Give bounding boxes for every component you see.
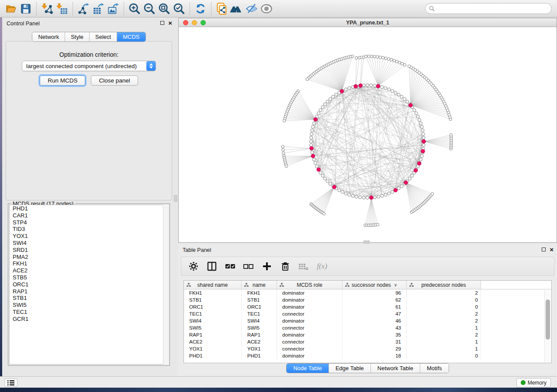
memory-button[interactable]: Memory [516,378,551,387]
window-close-icon[interactable] [183,20,188,25]
search-input[interactable] [437,6,551,12]
table-cell: 43 [343,324,407,331]
table-scrollbar[interactable] [544,290,551,362]
column-header[interactable]: predecessor nodes [407,281,481,289]
table-row[interactable]: TEC1TEC1connector472 [184,310,551,317]
mcds-result-item[interactable]: STB5 [10,274,168,281]
table-row[interactable]: STB1STB1dominator620 [184,296,551,303]
export-network-icon[interactable] [76,2,91,16]
table-cell: RAP1 [242,331,277,338]
close-panel-icon[interactable]: × [168,21,172,25]
table-row[interactable]: RAP1RAP1dominator352 [184,331,551,338]
tab-motifs[interactable]: Motifs [420,364,449,373]
window-minimize-icon[interactable] [192,20,197,25]
table-row[interactable]: ACE2ACE2connector311 [184,338,551,345]
float-panel-icon[interactable] [160,21,164,25]
table-cell: 1 [407,324,481,331]
mcds-list-scrollbar[interactable] [163,205,169,364]
mcds-result-item[interactable]: SWI5 [10,302,168,309]
tab-node-table[interactable]: Node Table [287,364,329,373]
search-box [425,3,552,14]
table-cell: 47 [343,310,407,317]
mcds-result-item[interactable]: CAR1 [10,212,168,219]
vertical-splitter-handle[interactable] [174,195,177,202]
tab-network-table[interactable]: Network Table [371,364,420,373]
table-cell: dominator [277,303,343,310]
mcds-result-item[interactable]: FKH1 [10,260,168,267]
table-cell: PHD1 [242,352,277,359]
mcds-result-item[interactable]: SWI4 [10,240,168,247]
export-table-icon[interactable] [91,2,106,16]
criterion-dropdown[interactable]: largest connected component (undirected) [22,61,156,71]
delete-table-icon [298,260,310,273]
column-header[interactable]: shared name [184,281,242,289]
mcds-result-item[interactable]: TEC1 [10,309,168,316]
table-row[interactable]: SWI4SWI4dominator462 [184,317,551,324]
table-row[interactable]: YOX1YOX1connector291 [184,345,551,352]
float-table-panel-icon[interactable] [542,248,546,251]
export-image-icon[interactable] [106,2,121,16]
save-session-icon[interactable] [18,2,33,16]
hide-panels-icon[interactable] [244,2,259,16]
tab-mcds[interactable]: MCDS [117,32,145,41]
table-settings-gear-icon[interactable] [187,260,200,273]
select-all-icon[interactable] [224,260,236,273]
tab-select[interactable]: Select [90,32,117,41]
table-row[interactable]: PHD1PHD1dominator180 [184,352,551,359]
column-header[interactable]: name [242,281,277,289]
mcds-result-item[interactable]: STP4 [10,219,168,226]
table-cell: dominator [277,289,343,296]
mcds-result-item[interactable]: GCR1 [10,316,168,323]
tab-style[interactable]: Style [65,32,90,41]
mcds-result-item[interactable]: PHD1 [10,205,168,212]
table-cell: STB1 [242,296,277,303]
tab-edge-table[interactable]: Edge Table [329,364,371,373]
refresh-icon[interactable] [193,2,208,16]
mcds-result-item[interactable]: SRD1 [10,247,168,254]
import-table-icon[interactable] [55,2,69,16]
table-cell: ORC1 [184,303,242,310]
network-canvas[interactable] [179,28,557,242]
column-settings-icon[interactable] [206,260,218,273]
mcds-result-item[interactable]: ACE2 [10,267,168,274]
table-row[interactable]: SWI5SWI5connector431 [184,324,551,331]
import-network-icon[interactable] [40,2,55,16]
close-panel-button[interactable]: Close panel [91,76,138,86]
mcds-result-item[interactable]: RAP1 [10,288,168,295]
open-session-icon[interactable] [3,2,18,16]
mcds-result-item[interactable]: YOX1 [10,233,168,240]
add-column-icon[interactable] [261,260,273,273]
table-cell: 1 [407,338,481,345]
mcds-result-item[interactable]: PMA2 [10,254,168,261]
zoom-in-icon[interactable] [127,2,142,16]
delete-column-trash-icon[interactable] [279,260,291,273]
table-cell: STB1 [184,296,242,303]
network-overview-icon[interactable] [229,2,244,16]
zoom-fit-icon[interactable] [157,2,172,16]
mcds-result-item[interactable]: ORC1 [10,281,168,288]
column-header[interactable]: successor nodes∨ [343,281,407,289]
horizontal-splitter-handle[interactable] [363,241,370,244]
window-zoom-icon[interactable] [201,20,206,25]
table-row[interactable]: ORC1ORC1dominator610 [184,303,551,310]
status-bar: Memory [0,376,557,388]
mcds-result-item[interactable]: STB1 [10,295,168,302]
mcds-result-list[interactable]: PHD1CAR1STP4TID3YOX1SWI4SRD1PMA2FKH1ACE2… [9,205,169,364]
zoom-selected-icon[interactable] [172,2,187,16]
run-mcds-button[interactable]: Run MCDS [40,76,85,86]
table-cell: 18 [343,352,407,359]
share-document-icon[interactable] [214,2,229,16]
tab-network[interactable]: Network [32,32,65,41]
mcds-result-item[interactable]: TID3 [10,226,168,233]
mcds-tab-content: Optimization criterion: largest connecte… [6,41,172,200]
table-cell: 46 [343,317,407,324]
table-row[interactable]: FKH1FKH1dominator962 [184,289,551,296]
zoom-out-icon[interactable] [142,2,157,16]
close-table-panel-icon[interactable]: × [550,247,554,252]
task-history-button[interactable] [4,378,17,387]
deselect-all-icon[interactable] [242,260,255,273]
table-cell: ACE2 [242,338,277,345]
show-graphics-icon[interactable] [259,2,274,16]
table-scrollbar-thumb[interactable] [546,299,550,340]
column-header[interactable]: MCDS role [277,281,343,289]
